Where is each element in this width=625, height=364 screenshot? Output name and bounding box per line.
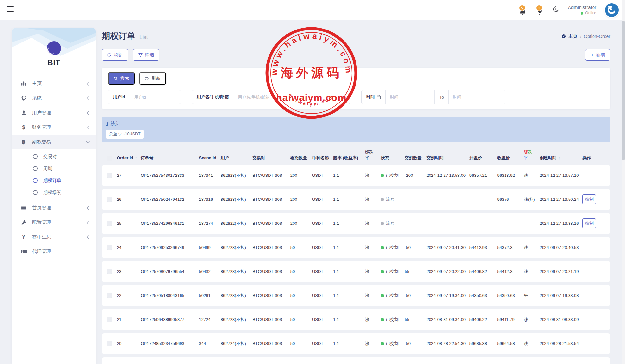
cell-settle_amount: -50 bbox=[405, 237, 426, 258]
cell-open_price: 59406.22 bbox=[469, 309, 497, 330]
table-body: 27OP1735275430172333187341862823(不控)BTC/… bbox=[102, 165, 610, 364]
cell-order_no: OP1735275430172333 bbox=[141, 165, 199, 186]
cell-result: 跌 bbox=[524, 237, 540, 258]
cell-settle_time: 2024-09-07 19:34:00 bbox=[426, 285, 469, 306]
sidebar-subitem[interactable]: 周期 bbox=[12, 163, 96, 175]
main-content: 期权订单 List 主页 / Option-Order 刷新 筛选 + 新增 bbox=[102, 20, 610, 364]
search-button[interactable]: 搜索 bbox=[108, 72, 135, 85]
notification-bell[interactable]: 5 bbox=[519, 5, 527, 15]
bitcoin-icon: ฿ bbox=[20, 139, 27, 145]
info-icon: i bbox=[106, 121, 108, 127]
cell-status: 流局 bbox=[381, 189, 405, 210]
cell-created: 2024-09-07 20:21:19 bbox=[540, 261, 582, 282]
filter-time: 时间 To bbox=[361, 90, 505, 104]
cell-status: 已交割 bbox=[381, 333, 405, 354]
select-all-checkbox[interactable] bbox=[107, 156, 112, 161]
sidebar-item-0[interactable]: 主页 bbox=[12, 76, 96, 91]
cell-coin: USDT bbox=[312, 189, 333, 210]
cell-checkbox bbox=[102, 237, 117, 258]
sidebar-submenu: 交易对 周期 期权订单 期权场景 bbox=[12, 149, 96, 200]
cell-odds: 1.1 bbox=[333, 261, 365, 282]
sidebar-item-1[interactable]: 系统 bbox=[12, 91, 96, 105]
sidebar-menu: 主页 系统 用户管理 $ 财务管理 ฿ 期权交易 交易对 bbox=[12, 76, 96, 259]
topbar: 5 1 Administrator Online bbox=[0, 0, 625, 20]
notification-bulb[interactable]: 1 bbox=[535, 5, 544, 15]
cell-order_id: 19 bbox=[117, 357, 141, 364]
sort-arrow-icon[interactable]: ↑ bbox=[558, 155, 560, 160]
sidebar-subitem[interactable]: 期权场景 bbox=[12, 187, 96, 199]
cell-pair: BTC/USDT-30S bbox=[253, 261, 290, 282]
search-refresh-button[interactable]: 刷新 bbox=[139, 72, 166, 85]
column-header-settle_time: 交割时间 bbox=[426, 149, 469, 162]
sidebar-item-4[interactable]: ฿ 期权交易 bbox=[12, 135, 96, 149]
cell-settle_time: 2024-12-27 13:58:00 bbox=[426, 165, 469, 186]
sidebar-item-2[interactable]: 用户管理 bbox=[12, 105, 96, 120]
cell-coin: USDT bbox=[312, 333, 333, 354]
cell-action: 控制 bbox=[582, 213, 610, 234]
sidebar-item-3[interactable]: $ 财务管理 bbox=[12, 120, 96, 135]
control-button[interactable]: 控制 bbox=[582, 218, 596, 228]
brand-logo-icon bbox=[46, 41, 61, 57]
cell-scene_id: 187316 bbox=[199, 189, 221, 210]
cell-order_id: 20 bbox=[117, 333, 141, 354]
sidebar-item-7[interactable]: ¥ 存币生息 bbox=[12, 230, 96, 244]
page-scrollbar[interactable] bbox=[622, 0, 625, 364]
cell-pair: BTC/USDT-30S bbox=[253, 213, 290, 234]
hamburger-menu-icon[interactable] bbox=[7, 6, 14, 13]
cell-created: 2024-12-27 13:57:10 bbox=[540, 165, 582, 186]
cell-status: 已交割 bbox=[381, 237, 405, 258]
circle-icon bbox=[33, 166, 38, 171]
row-checkbox[interactable] bbox=[107, 173, 112, 178]
column-header-odds: 赔率 (收益率) bbox=[333, 149, 365, 162]
dashboard-icon bbox=[561, 34, 566, 39]
cell-user: 862723(不控) bbox=[221, 261, 253, 282]
cell-action bbox=[582, 333, 610, 354]
sidebar-item-5[interactable]: 首页管理 bbox=[12, 200, 96, 215]
add-button[interactable]: + 新增 bbox=[585, 49, 610, 61]
filter-time-label: 时间 bbox=[362, 90, 386, 104]
sidebar-item-8[interactable]: 代理管理 bbox=[12, 244, 96, 259]
cell-scene_id: 12724 bbox=[199, 309, 221, 330]
row-checkbox[interactable] bbox=[107, 245, 112, 250]
cell-created: 2024-08-28 21:49:20 bbox=[540, 357, 582, 364]
sidebar-subitem[interactable]: 交易对 bbox=[12, 151, 96, 163]
scrollbar-thumb[interactable] bbox=[622, 21, 625, 160]
sidebar-subitem[interactable]: 期权订单 bbox=[12, 175, 96, 187]
table-row: 26OP1735275024794132187316862823(不控)BTC/… bbox=[102, 189, 610, 210]
table-row: 20OP1724853234759693344862724(不控)BTC/USD… bbox=[102, 333, 610, 354]
filter-button[interactable]: 筛选 bbox=[133, 49, 159, 61]
row-checkbox[interactable] bbox=[107, 269, 112, 274]
cell-result: 跌 bbox=[524, 165, 540, 186]
status-dot bbox=[381, 198, 384, 201]
row-checkbox[interactable] bbox=[107, 317, 112, 322]
user-id-input[interactable] bbox=[130, 90, 176, 104]
cell-direction: 涨 bbox=[365, 165, 381, 186]
control-button[interactable]: 控制 bbox=[582, 194, 596, 204]
row-checkbox[interactable] bbox=[107, 197, 112, 202]
cell-settle_time: 2024-09-07 20:22:00 bbox=[426, 261, 469, 282]
breadcrumb-home-link[interactable]: 主页 bbox=[561, 33, 577, 39]
cell-user: 862822(不控) bbox=[221, 213, 253, 234]
cell-action: 控制 bbox=[582, 189, 610, 210]
row-checkbox[interactable] bbox=[107, 341, 112, 346]
cell-amount: 200 bbox=[290, 165, 312, 186]
dark-mode-toggle-moon-icon[interactable] bbox=[552, 6, 559, 14]
column-header-close_price: 收盘价 bbox=[497, 149, 524, 162]
sort-arrow-icon[interactable]: ↑ bbox=[135, 155, 137, 160]
user-avatar[interactable] bbox=[605, 3, 619, 17]
wrench-icon bbox=[20, 220, 27, 225]
page-title: 期权订单 bbox=[102, 30, 135, 42]
time-start-input[interactable] bbox=[386, 90, 434, 104]
row-checkbox[interactable] bbox=[107, 221, 112, 226]
row-checkbox[interactable] bbox=[107, 293, 112, 298]
cell-close_price: 96313.92 bbox=[497, 165, 524, 186]
user-name-input[interactable] bbox=[233, 90, 350, 104]
cell-user: 862823(不控) bbox=[221, 165, 253, 186]
sidebar-item-6[interactable]: 配置管理 bbox=[12, 215, 96, 230]
refresh-button[interactable]: 刷新 bbox=[102, 49, 128, 61]
cell-created: 2024-12-27 13:50:24 bbox=[540, 189, 582, 210]
cell-result: 涨 bbox=[524, 261, 540, 282]
time-end-input[interactable] bbox=[449, 90, 505, 104]
search-panel: 搜索 刷新 用户Id 用户名/手机/邮箱 时间 To bbox=[102, 68, 610, 109]
table-row: 23OP172570807979655450432862723(不控)BTC/U… bbox=[102, 261, 610, 282]
